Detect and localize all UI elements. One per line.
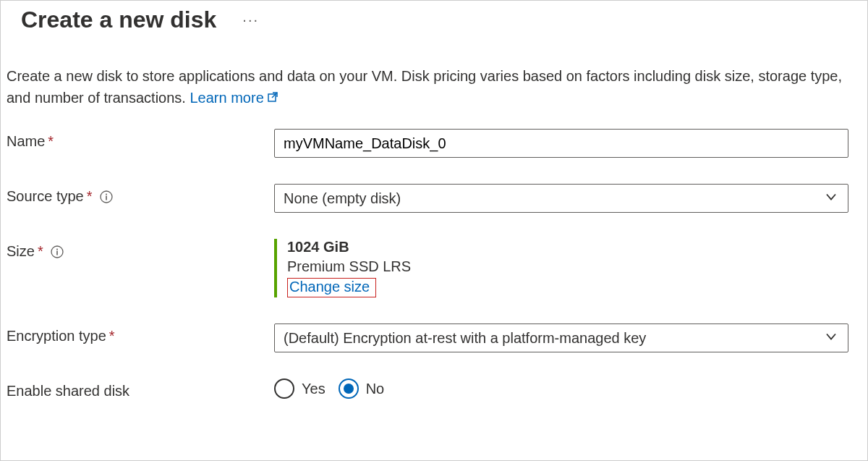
learn-more-link[interactable]: Learn more <box>190 90 278 106</box>
encryption-type-label: Encryption type <box>7 328 106 344</box>
change-size-link[interactable]: Change size <box>287 278 376 297</box>
shared-disk-yes-option[interactable]: Yes <box>274 378 326 399</box>
svg-point-5 <box>56 248 58 250</box>
shared-disk-no-option[interactable]: No <box>339 378 385 399</box>
size-value: 1024 GiB <box>287 239 848 255</box>
name-label: Name <box>7 133 45 150</box>
required-indicator: * <box>38 243 43 260</box>
chevron-down-icon <box>825 330 838 347</box>
shared-disk-radio-group: Yes No <box>274 378 848 399</box>
svg-point-2 <box>106 193 107 195</box>
required-indicator: * <box>109 328 115 344</box>
radio-icon-selected <box>339 378 359 399</box>
required-indicator: * <box>48 133 54 150</box>
info-icon[interactable] <box>51 245 64 258</box>
chevron-down-icon <box>825 190 838 207</box>
size-label: Size <box>7 243 35 260</box>
source-type-select[interactable]: None (empty disk) <box>274 184 848 213</box>
page-title: Create a new disk <box>21 7 216 33</box>
source-type-label: Source type <box>7 188 84 205</box>
radio-icon <box>274 378 294 399</box>
description-text: Create a new disk to store applications … <box>7 68 842 106</box>
radio-label-yes: Yes <box>302 381 326 397</box>
shared-disk-label: Enable shared disk <box>7 383 129 399</box>
external-link-icon <box>267 87 278 109</box>
svg-rect-3 <box>106 195 107 200</box>
info-icon[interactable] <box>100 190 113 203</box>
page-description: Create a new disk to store applications … <box>1 33 867 109</box>
radio-label-no: No <box>366 381 385 397</box>
encryption-type-select[interactable]: (Default) Encryption at-rest with a plat… <box>274 323 848 352</box>
svg-rect-6 <box>56 250 58 255</box>
name-input[interactable] <box>274 129 848 158</box>
more-actions-icon[interactable]: ··· <box>242 12 259 28</box>
required-indicator: * <box>87 188 93 205</box>
size-disk-type: Premium SSD LRS <box>287 258 848 275</box>
